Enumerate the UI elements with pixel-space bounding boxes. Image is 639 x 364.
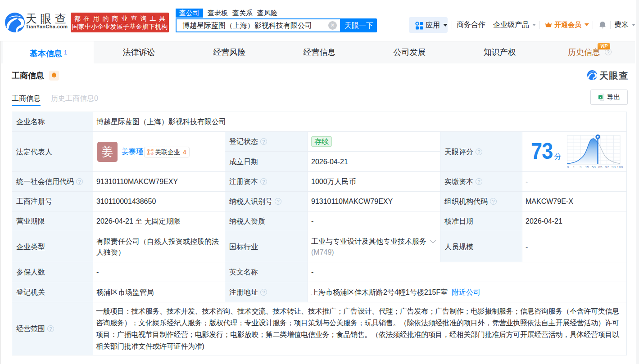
- svg-text:3: 3: [580, 165, 582, 169]
- svg-text:x: x: [599, 96, 601, 99]
- svg-text:企: 企: [150, 152, 154, 156]
- svg-text:50: 50: [592, 165, 596, 169]
- svg-text:99: 99: [612, 165, 616, 169]
- svg-text:100: 100: [617, 165, 623, 169]
- svg-text:97: 97: [605, 165, 609, 169]
- svg-text:1: 1: [573, 165, 575, 169]
- svg-text:15: 15: [585, 165, 589, 169]
- svg-text:0: 0: [567, 165, 569, 169]
- svg-text:85: 85: [598, 165, 603, 169]
